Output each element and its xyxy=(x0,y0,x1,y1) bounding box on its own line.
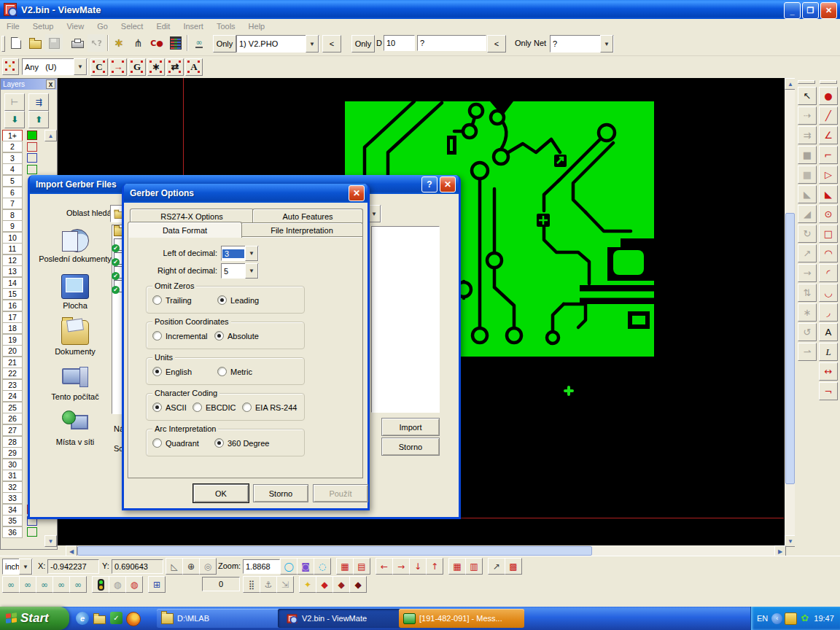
new-file-button[interactable] xyxy=(7,34,25,52)
firefox-quicklaunch-icon[interactable] xyxy=(126,612,141,626)
tray-icq-flower-icon[interactable]: ✿ xyxy=(799,613,810,624)
status-drag-mode-icon[interactable]: ⇲ xyxy=(276,576,294,593)
layer-number[interactable]: 36 xyxy=(2,526,23,538)
task-messenger[interactable]: [191-482-091] - Mess... xyxy=(399,609,524,628)
canvas-vscrollbar[interactable]: ▲ ▼ xyxy=(785,78,795,545)
tool-draw-circle-icon[interactable]: ⊙ xyxy=(819,205,838,223)
open-file-button[interactable] xyxy=(26,34,44,52)
layer-number[interactable]: 24 xyxy=(2,390,23,402)
aperture-flash-aperture-icon[interactable]: ∗ xyxy=(147,58,165,76)
tab-file-interpretation[interactable]: File Interpretation xyxy=(241,222,363,238)
tool-scale-icon[interactable]: ↗ xyxy=(798,244,817,262)
status-tile-windows-icon[interactable]: ⊞ xyxy=(148,576,166,593)
tool-draw-corner-icon[interactable]: ⌐ xyxy=(819,146,838,164)
tool-draw-arc3-icon[interactable]: ◡ xyxy=(819,284,838,302)
layer-swatch[interactable] xyxy=(27,153,37,163)
tool-draw-rect-icon[interactable]: □ xyxy=(819,225,838,243)
prev-layer-button[interactable]: < xyxy=(322,35,341,52)
status-zoom-dynamic-icon[interactable]: ◌ xyxy=(314,558,331,575)
layer-number[interactable]: 1+ xyxy=(2,130,23,141)
status-grid-a-icon[interactable]: ▦ xyxy=(448,558,466,575)
layer-number[interactable]: 19 xyxy=(2,334,23,346)
canvas-hscrollbar[interactable]: ◀ ▶ xyxy=(66,545,785,556)
layer-number[interactable]: 28 xyxy=(2,436,23,448)
status-select-area-icon[interactable]: ▩ xyxy=(505,558,522,575)
layer-number[interactable]: 2 xyxy=(2,141,23,152)
hscroll-thumb[interactable] xyxy=(77,546,592,556)
tool-draw-line-icon[interactable]: ╱ xyxy=(819,106,838,125)
zoom-value[interactable]: 1.8868 xyxy=(243,559,280,574)
menu-select[interactable]: Select xyxy=(114,20,150,32)
chevron-down-icon[interactable]: ▼ xyxy=(245,263,258,279)
layer-number[interactable]: 27 xyxy=(2,424,23,436)
layer-number[interactable]: 3 xyxy=(2,152,23,164)
tool-draw-arc4-icon[interactable]: ◞ xyxy=(819,303,838,322)
chevron-down-icon[interactable]: ▼ xyxy=(306,35,319,52)
radio-ascii[interactable]: ASCII xyxy=(152,402,187,412)
status-pan-up-icon[interactable]: ↑ xyxy=(426,558,443,575)
gerber-dialog-titlebar[interactable]: Gerber Options ✕ xyxy=(124,184,368,203)
status-lamp-on-icon[interactable]: ◍ xyxy=(125,576,143,593)
layer-number[interactable]: 31 xyxy=(2,470,23,481)
layer-number[interactable]: 6 xyxy=(2,187,23,198)
tool-draw-angle-icon[interactable]: ▷ xyxy=(819,166,838,184)
status-lamp-off-icon[interactable]: ◍ xyxy=(109,576,126,593)
layer-number[interactable]: 15 xyxy=(2,288,23,300)
layer-number[interactable]: 20 xyxy=(2,345,23,357)
layer-down-button[interactable]: ⬇ xyxy=(4,111,25,128)
place-item-3[interactable]: Tento počítač xyxy=(39,367,112,402)
menu-view[interactable]: View xyxy=(60,20,90,32)
layer-up-button[interactable]: ⬆ xyxy=(28,111,49,128)
net-select-combo[interactable]: ? ▼ xyxy=(550,35,614,52)
tool-select-all-icon[interactable]: ⇉ xyxy=(798,126,817,144)
film-colors-button[interactable] xyxy=(167,34,184,52)
status-view-glasses-4-icon[interactable]: ∞ xyxy=(52,576,70,593)
layer-number[interactable]: 5 xyxy=(2,175,23,187)
tab-data-format[interactable]: Data Format xyxy=(128,222,242,238)
layer-number[interactable]: 22 xyxy=(2,368,23,379)
status-highlight-light-icon[interactable] xyxy=(92,576,109,593)
status-pad-flash-icon[interactable]: ✦ xyxy=(299,576,316,593)
print-button[interactable] xyxy=(69,34,86,52)
radio-absolute[interactable]: Absolute xyxy=(214,331,259,341)
chevron-down-icon[interactable]: ▼ xyxy=(245,246,258,261)
tool-draw-triangle-icon[interactable]: ◣ xyxy=(819,185,838,203)
layer-swatch[interactable] xyxy=(27,165,37,174)
menu-file[interactable]: File xyxy=(0,20,26,32)
layer-number[interactable]: 10 xyxy=(2,232,23,244)
only-dcode-button[interactable]: Only xyxy=(351,35,375,52)
layer-number[interactable]: 21 xyxy=(2,357,23,368)
tool-draw-bend-icon[interactable]: ¬ xyxy=(819,382,838,400)
status-pan-down-icon[interactable]: ↓ xyxy=(409,558,427,575)
folder-quicklaunch-icon[interactable] xyxy=(93,615,106,624)
toolbar-grip[interactable] xyxy=(820,80,837,84)
status-pad-s-icon[interactable]: ◆ xyxy=(332,576,350,593)
radio-ebcdic[interactable]: EBCDIC xyxy=(192,402,236,412)
layer-number[interactable]: 4 xyxy=(2,163,23,175)
chevron-down-icon[interactable]: ▼ xyxy=(19,559,32,575)
menu-tools[interactable]: Tools xyxy=(210,20,242,32)
tab-rs274x-options[interactable]: RS274-X Options xyxy=(130,209,254,223)
layer-number[interactable]: 33 xyxy=(2,492,23,504)
chevron-down-icon[interactable]: ▼ xyxy=(600,35,613,52)
layer-select-combo[interactable]: 1) V2.PHO ▼ xyxy=(236,35,319,52)
aperture-g-code-icon[interactable]: G xyxy=(128,58,146,76)
language-indicator[interactable]: EN xyxy=(757,614,768,623)
tool-draw-label-icon[interactable]: L xyxy=(819,343,838,361)
status-probe-icon[interactable]: ◎ xyxy=(199,558,217,575)
radio-english[interactable]: English xyxy=(152,367,192,376)
status-zoom-in-icon[interactable]: ◯ xyxy=(280,558,298,575)
layers-panel-titlebar[interactable]: Layers x xyxy=(1,79,57,90)
tool-select-next-icon[interactable]: ⇢ xyxy=(798,106,817,125)
toolbar-grip[interactable] xyxy=(1,36,5,52)
flash-tool-button[interactable]: ∗ xyxy=(110,34,128,52)
layer-number[interactable]: 16 xyxy=(2,300,23,311)
import-button[interactable]: Import xyxy=(381,418,440,436)
ok-button[interactable]: OK xyxy=(193,484,249,502)
layer-number[interactable]: 11 xyxy=(2,243,23,254)
status-pan-right-icon[interactable]: → xyxy=(392,558,410,575)
aperture-text-aperture-icon[interactable]: A xyxy=(185,58,203,76)
maximize-button[interactable]: ❐ xyxy=(802,2,819,19)
status-zoom-select-icon[interactable]: ◙ xyxy=(297,558,314,575)
start-button[interactable]: Start xyxy=(0,607,69,630)
